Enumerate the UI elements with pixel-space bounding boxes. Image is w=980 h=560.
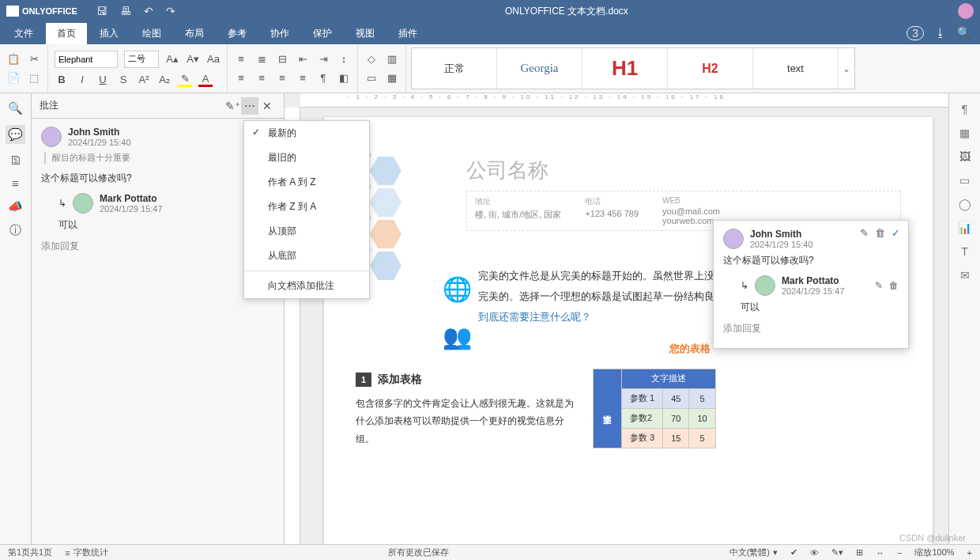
insert-shape-icon[interactable]: ▭ [364, 71, 379, 85]
comments-rail-icon[interactable]: 💬 [6, 125, 25, 144]
search-icon[interactable]: 🔍 [957, 26, 971, 40]
track-changes-icon[interactable]: ✎▾ [831, 547, 843, 558]
users-badge[interactable]: 3 [906, 26, 924, 40]
cut-icon[interactable]: ✂ [27, 52, 41, 66]
delete-icon[interactable]: 🗑 [875, 227, 885, 239]
mail-settings-icon[interactable]: ✉ [960, 269, 970, 282]
edit-icon[interactable]: ✎ [875, 280, 883, 291]
save-icon[interactable]: 🖫 [96, 5, 107, 17]
close-panel-icon[interactable]: ✕ [258, 97, 276, 115]
strike-icon[interactable]: S [116, 73, 130, 87]
redo-icon[interactable]: ↷ [166, 5, 175, 17]
tab-collab[interactable]: 协作 [259, 23, 300, 44]
merge-icon[interactable]: ▥ [385, 52, 399, 66]
style-text[interactable]: text [753, 48, 839, 89]
insert-textart-icon[interactable]: ▦ [385, 71, 399, 85]
header-settings-icon[interactable]: ▭ [959, 174, 970, 187]
superscript-icon[interactable]: A² [137, 73, 151, 87]
sort-author-za[interactable]: 作者 Z 到 A [244, 195, 369, 219]
fit-width-icon[interactable]: ↔ [876, 548, 884, 558]
add-comment-icon[interactable]: ✎⁺ [224, 97, 241, 115]
style-georgia[interactable]: Georgia [497, 48, 582, 89]
undo-icon[interactable]: ↶ [144, 5, 153, 17]
image-settings-icon[interactable]: 🖼 [959, 150, 971, 163]
tracking-icon[interactable]: 👁 [810, 548, 819, 558]
tab-protect[interactable]: 保护 [302, 23, 343, 44]
font-name-select[interactable] [55, 51, 118, 68]
sort-menu-icon[interactable]: ⋯ [241, 97, 258, 115]
page-indicator[interactable]: 第1页共1页 [8, 547, 52, 558]
copy-icon[interactable]: 📋 [6, 52, 21, 66]
style-h1[interactable]: H1 [582, 48, 668, 89]
align-center-icon[interactable]: ≡ [254, 71, 269, 85]
zoom-in-icon[interactable]: + [967, 548, 972, 558]
subscript-icon[interactable]: A₂ [157, 73, 172, 87]
shading-icon[interactable]: ◧ [337, 71, 351, 85]
tab-view[interactable]: 视图 [345, 23, 386, 44]
bullets-icon[interactable]: ≡ [234, 52, 248, 66]
wordcount[interactable]: ≡ 字数统计 [65, 547, 107, 558]
avatar[interactable] [958, 3, 974, 19]
sort-oldest[interactable]: 最旧的 [244, 146, 369, 170]
add-reply-link[interactable]: 添加回复 [41, 240, 274, 253]
increase-font-icon[interactable]: A▴ [165, 52, 179, 66]
tab-plugins[interactable]: 插件 [387, 23, 428, 44]
spellcheck-icon[interactable]: ✔ [790, 547, 797, 558]
about-rail-icon[interactable]: ⓘ [9, 223, 21, 238]
font-size-select[interactable] [124, 51, 159, 68]
nonprinting-icon[interactable]: ¶ [316, 71, 330, 85]
delete-icon[interactable]: 🗑 [889, 280, 899, 291]
add-comment-to-doc[interactable]: 向文档添加批注 [244, 274, 369, 298]
chart-settings-icon[interactable]: 📊 [958, 221, 971, 234]
feedback-rail-icon[interactable]: 📣 [8, 199, 23, 214]
tab-references[interactable]: 参考 [217, 23, 258, 44]
styles-dropdown-icon[interactable]: ⌄ [839, 48, 854, 89]
inc-indent-icon[interactable]: ⇥ [316, 52, 330, 66]
numbering-icon[interactable]: ≣ [254, 52, 269, 66]
tab-layout[interactable]: 布局 [174, 23, 215, 44]
popup-add-reply[interactable]: 添加回复 [723, 322, 899, 335]
search-rail-icon[interactable]: 🔍 [8, 101, 23, 115]
align-right-icon[interactable]: ≡ [275, 71, 289, 85]
tab-insert[interactable]: 插入 [89, 23, 130, 44]
align-left-icon[interactable]: ≡ [234, 71, 248, 85]
lang-select[interactable]: 中文(繁體) ▾ [729, 547, 778, 558]
table-settings-icon[interactable]: ▦ [959, 127, 970, 139]
styles-gallery[interactable]: 正常 Georgia H1 H2 text ⌄ [411, 47, 855, 89]
open-location-icon[interactable]: ⭳ [935, 26, 946, 40]
zoom-level[interactable]: 缩放100% [914, 547, 954, 558]
select-icon[interactable]: ⬚ [27, 71, 41, 85]
ruler-horizontal[interactable]: · 1 · 2 · 3 · 4 · 5 · 6 · 7 · 8 · 9 · 10… [300, 93, 948, 108]
sort-newest[interactable]: 最新的 [244, 121, 369, 146]
sort-from-bottom[interactable]: 从底部 [244, 244, 369, 268]
tab-home[interactable]: 首页 [46, 23, 87, 44]
tab-file[interactable]: 文件 [3, 23, 44, 44]
style-normal[interactable]: 正常 [412, 48, 497, 89]
line-spacing-icon[interactable]: ↕ [337, 52, 351, 66]
shape-settings-icon[interactable]: ◯ [959, 198, 971, 210]
fit-page-icon[interactable]: ⊞ [856, 547, 863, 558]
sort-author-az[interactable]: 作者 A 到 Z [244, 170, 369, 195]
multilevel-icon[interactable]: ⊟ [275, 52, 289, 66]
highlight-icon[interactable]: ✎ [178, 73, 192, 87]
justify-icon[interactable]: ≡ [296, 71, 310, 85]
font-color-icon[interactable]: A [198, 73, 213, 87]
navigation-rail-icon[interactable]: ≡ [12, 176, 19, 190]
textart-settings-icon[interactable]: T [961, 245, 968, 258]
tab-draw[interactable]: 绘图 [131, 23, 172, 44]
bold-icon[interactable]: B [55, 73, 69, 87]
print-icon[interactable]: 🖶 [120, 5, 131, 17]
chat-rail-icon[interactable]: 🖻 [9, 153, 21, 167]
paragraph-settings-icon[interactable]: ¶ [962, 103, 968, 115]
style-h2[interactable]: H2 [668, 48, 753, 89]
decrease-font-icon[interactable]: A▾ [186, 52, 200, 66]
underline-icon[interactable]: U [96, 73, 110, 87]
sort-from-top[interactable]: 从顶部 [244, 219, 369, 244]
dec-indent-icon[interactable]: ⇤ [296, 52, 310, 66]
paste-icon[interactable]: 📄 [6, 71, 21, 85]
clear-style-icon[interactable]: ◇ [364, 52, 379, 66]
italic-icon[interactable]: I [75, 73, 89, 87]
resolve-icon[interactable]: ✓ [891, 227, 900, 239]
zoom-out-icon[interactable]: − [897, 548, 902, 558]
change-case-icon[interactable]: Aa [206, 52, 220, 66]
